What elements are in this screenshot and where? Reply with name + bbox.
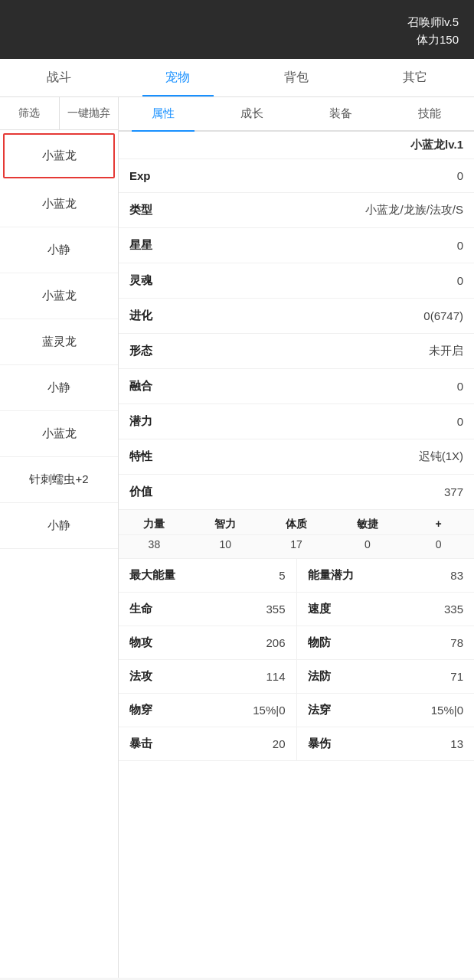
attr-value-type: 小蓝龙/龙族/法攻/S	[365, 203, 463, 217]
dual-stat-value-mpene: 15%|0	[431, 704, 463, 717]
dual-stat-value-critdmg: 13	[450, 737, 463, 750]
sidebar-pet-7[interactable]: 针刺蠕虫+2	[0, 457, 118, 503]
pet-title: 小蓝龙lv.1	[410, 138, 463, 151]
dual-stat-label-mpene: 法穿	[308, 703, 331, 717]
attr-label-exp: Exp	[129, 169, 168, 182]
attr-label-form: 形态	[129, 344, 168, 358]
sidebar-pet-5[interactable]: 小静	[0, 365, 118, 411]
sidebar-pet-3[interactable]: 小蓝龙	[0, 273, 118, 319]
sub-nav-attr[interactable]: 属性	[119, 97, 208, 130]
dual-stat-row-4: 物穿 15%|0 法穿 15%|0	[119, 694, 474, 727]
sub-nav-skill[interactable]: 技能	[385, 97, 474, 130]
attr-label-worth: 价值	[129, 485, 168, 499]
content-area: 筛选 一键抛弃 小蓝龙 小蓝龙 小静 小蓝龙 蓝灵龙 小静 小蓝龙 针刺蠕虫+2…	[0, 97, 474, 978]
stat-header-agi: 敏捷	[332, 510, 403, 534]
attr-value-fusion: 0	[457, 380, 463, 393]
dual-stat-label-speed: 速度	[308, 602, 331, 616]
attr-row-trait: 特性 迟钝(1X)	[119, 439, 474, 475]
dual-stat-cell-maxenergy: 最大能量 5	[119, 559, 297, 592]
sub-nav-growth[interactable]: 成长	[208, 97, 296, 130]
attr-value-exp: 0	[457, 169, 463, 182]
header: 召唤师lv.5 体力150	[0, 0, 474, 59]
dual-stat-cell-energypot: 能量潜力 83	[297, 559, 475, 592]
attr-label-fusion: 融合	[129, 379, 168, 394]
stat-header-str: 力量	[119, 510, 190, 534]
dual-stat-label-hp: 生命	[129, 602, 152, 616]
stat-header-int: 智力	[190, 510, 261, 534]
dual-stat-value-speed: 335	[444, 603, 463, 616]
dual-stat-cell-patk: 物攻 206	[119, 626, 297, 659]
dual-stat-value-matk: 114	[266, 670, 285, 683]
stats-value-row: 38 10 17 0 0	[119, 535, 474, 559]
dual-stat-row-0: 最大能量 5 能量潜力 83	[119, 559, 474, 593]
dual-stat-label-energypot: 能量潜力	[308, 568, 354, 583]
dual-stat-cell-mdef: 法防 71	[297, 660, 475, 693]
attr-row-form: 形态 未开启	[119, 334, 474, 369]
dual-stat-label-matk: 法攻	[129, 669, 152, 684]
filter-button[interactable]: 筛选	[0, 97, 60, 129]
attr-label-type: 类型	[129, 203, 168, 217]
dual-stat-label-maxenergy: 最大能量	[129, 568, 175, 583]
sub-nav: 属性 成长 装备 技能	[119, 97, 474, 132]
attr-label-evolve: 进化	[129, 309, 168, 323]
dual-stat-cell-crit: 暴击 20	[119, 727, 297, 760]
dual-stat-cell-ppene: 物穿 15%|0	[119, 694, 297, 727]
dual-stat-row-1: 生命 355 速度 335	[119, 593, 474, 626]
dual-stat-value-mdef: 71	[450, 670, 463, 683]
dual-stat-cell-hp: 生命 355	[119, 593, 297, 626]
sidebar: 筛选 一键抛弃 小蓝龙 小蓝龙 小静 小蓝龙 蓝灵龙 小静 小蓝龙 针刺蠕虫+2…	[0, 97, 119, 978]
sidebar-pet-4[interactable]: 蓝灵龙	[0, 319, 118, 365]
stat-value-con: 17	[261, 535, 332, 558]
attr-label-trait: 特性	[129, 449, 168, 464]
pet-title-row: 小蓝龙lv.1	[119, 132, 474, 159]
dual-stat-value-ppene: 15%|0	[253, 704, 285, 717]
dual-stat-value-maxenergy: 5	[279, 569, 285, 582]
dual-stat-value-crit: 20	[273, 737, 286, 750]
dual-stat-value-hp: 355	[266, 603, 285, 616]
sidebar-pet-2[interactable]: 小静	[0, 227, 118, 273]
sidebar-pet-8[interactable]: 小静	[0, 503, 118, 549]
dual-stat-label-crit: 暴击	[129, 737, 152, 751]
dual-stat-label-ppene: 物穿	[129, 703, 152, 717]
attr-row-stars: 星星 0	[119, 228, 474, 263]
main-nav-battle[interactable]: 战斗	[0, 59, 119, 96]
dual-stat-cell-speed: 速度 335	[297, 593, 475, 626]
sidebar-pet-0[interactable]: 小蓝龙	[3, 133, 115, 178]
dual-stat-label-patk: 物攻	[129, 635, 152, 650]
attr-row-soul: 灵魂 0	[119, 263, 474, 299]
attr-value-evolve: 0(6747)	[423, 309, 463, 322]
dual-stat-row-3: 法攻 114 法防 71	[119, 660, 474, 694]
stat-header-plus: +	[403, 510, 474, 534]
dual-stat-value-energypot: 83	[450, 569, 463, 582]
main-nav-bag[interactable]: 背包	[237, 59, 356, 96]
stat-value-agi: 0	[332, 535, 403, 558]
dual-stat-cell-mpene: 法穿 15%|0	[297, 694, 475, 727]
dual-stat-value-pdef: 78	[450, 636, 463, 649]
stat-value-str: 38	[119, 535, 190, 558]
attr-value-potential: 0	[457, 415, 463, 428]
main-nav-other[interactable]: 其它	[355, 59, 474, 96]
attr-row-evolve: 进化 0(6747)	[119, 299, 474, 334]
sidebar-pet-1[interactable]: 小蓝龙	[0, 181, 118, 227]
stat-value-plus: 0	[403, 535, 474, 558]
dual-stat-cell-matk: 法攻 114	[119, 660, 297, 693]
attr-row-fusion: 融合 0	[119, 369, 474, 404]
attr-value-soul: 0	[457, 274, 463, 287]
player-hp: 体力150	[15, 31, 459, 49]
attr-label-potential: 潜力	[129, 414, 168, 429]
dual-stat-row-5: 暴击 20 暴伤 13	[119, 727, 474, 761]
sidebar-pet-6[interactable]: 小蓝龙	[0, 411, 118, 457]
attr-label-soul: 灵魂	[129, 273, 168, 288]
dual-stat-label-pdef: 物防	[308, 635, 331, 650]
sub-nav-equip[interactable]: 装备	[296, 97, 385, 130]
sidebar-controls: 筛选 一键抛弃	[0, 97, 118, 130]
attr-value-form: 未开启	[429, 344, 463, 358]
dual-stat-value-patk: 206	[266, 636, 285, 649]
discard-button[interactable]: 一键抛弃	[60, 97, 119, 129]
main-nav: 战斗 宠物 背包 其它	[0, 59, 474, 97]
attr-value-stars: 0	[457, 239, 463, 252]
dual-stat-label-critdmg: 暴伤	[308, 737, 331, 751]
attr-row-exp: Exp 0	[119, 159, 474, 193]
main-nav-pet[interactable]: 宠物	[119, 59, 237, 96]
attr-value-trait: 迟钝(1X)	[419, 449, 463, 464]
